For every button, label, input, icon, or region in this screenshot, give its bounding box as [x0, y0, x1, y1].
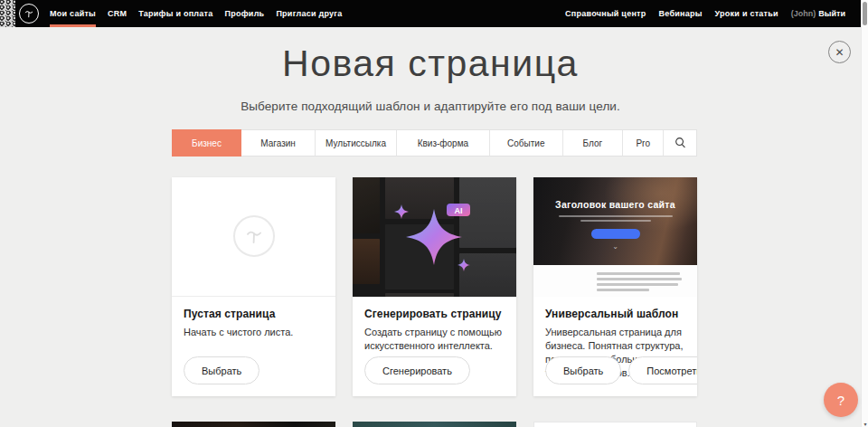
edge-texture-pattern — [0, 0, 15, 27]
about-text-line — [597, 272, 680, 275]
template-hero-title: Заголовок вашего сайта — [555, 199, 675, 210]
template-hero-button — [591, 229, 640, 239]
tab-pro[interactable]: Pro — [623, 130, 664, 156]
page-title: Новая страница — [0, 43, 861, 85]
logout-link[interactable]: Выйти — [818, 9, 845, 18]
template-category-tabs: Бизнес Магазин Мультиссылка Квиз-форма С… — [172, 129, 697, 157]
next-row-card-preview[interactable] — [533, 422, 697, 427]
nav-item-my-sites[interactable]: Мои сайты — [50, 0, 96, 27]
tilda-watermark-icon — [233, 215, 275, 257]
tab-search[interactable] — [664, 130, 696, 156]
card-description: Создать страницу с помощью искусственног… — [364, 326, 505, 353]
top-navigation-bar: Мои сайты CRM Тарифы и оплата Профиль Пр… — [0, 0, 861, 27]
tab-quiz-form[interactable]: Квиз-форма — [397, 130, 490, 156]
nav-item-webinars[interactable]: Вебинары — [659, 0, 703, 27]
about-text-line — [597, 278, 682, 280]
next-row-card-preview[interactable] — [353, 422, 516, 427]
question-mark-icon: ? — [837, 393, 844, 408]
card-body: Пустая страница Начать с чистого листа. … — [172, 297, 335, 396]
scrollbar-thumb[interactable] — [863, 2, 867, 25]
choose-template-button[interactable]: Выбрать — [545, 356, 621, 384]
hero-text-line — [580, 220, 651, 222]
ai-preview-collage: AI — [353, 177, 516, 297]
blank-page-preview — [172, 177, 335, 297]
template-about-section — [533, 265, 697, 297]
card-body: Универсальный шаблон Универсальная стран… — [533, 297, 697, 396]
card-description: Начать с чистого листа. — [184, 326, 324, 339]
nav-username: (John) — [791, 9, 816, 18]
tab-business[interactable]: Бизнес — [172, 129, 241, 157]
card-body: Сгенерировать страницу Создать страницу … — [353, 297, 516, 396]
generate-button[interactable]: Сгенерировать — [364, 356, 470, 384]
tab-blog[interactable]: Блог — [563, 130, 623, 156]
next-row-card-preview[interactable] — [172, 422, 335, 427]
card-title: Универсальный шаблон — [545, 308, 685, 320]
template-card-blank-page: Пустая страница Начать с чистого листа. … — [172, 177, 335, 396]
card-title: Пустая страница — [184, 308, 324, 320]
nav-user-block: (John) Выйти — [791, 9, 845, 18]
choose-blank-button[interactable]: Выбрать — [184, 356, 259, 384]
scrollbar-down-arrow-icon[interactable]: ▾ — [862, 422, 868, 427]
page-subtitle: Выберите подходящий шаблон и адаптируйте… — [0, 100, 861, 113]
template-hero-section: Заголовок вашего сайта ⌄ — [533, 177, 697, 265]
nav-right-menu: Справочный центр Вебинары Уроки и статьи… — [565, 0, 845, 27]
nav-item-invite-friend[interactable]: Пригласи друга — [276, 0, 342, 27]
chevron-down-icon: ⌄ — [612, 244, 618, 250]
search-icon — [675, 137, 686, 150]
template-card-ai-generate: AI Сгенерировать страницу Создать страни… — [353, 177, 516, 396]
template-card-universal: Заголовок вашего сайта ⌄ Универсальный ш… — [533, 177, 697, 396]
nav-item-crm[interactable]: CRM — [108, 0, 127, 27]
tab-store[interactable]: Магазин — [241, 130, 316, 156]
tab-multilink[interactable]: Мультиссылка — [316, 130, 397, 156]
about-text-line — [597, 289, 649, 291]
nav-item-tariffs[interactable]: Тарифы и оплата — [138, 0, 212, 27]
nav-left-menu: Мои сайты CRM Тарифы и оплата Профиль Пр… — [50, 0, 343, 27]
ai-sparkle-icon: AI — [353, 177, 516, 297]
page-scrollbar[interactable]: ▾ — [861, 0, 868, 427]
card-title: Сгенерировать страницу — [364, 308, 505, 320]
ai-badge-label: AI — [455, 206, 463, 215]
about-text-line — [597, 283, 678, 286]
nav-item-lessons[interactable]: Уроки и статьи — [715, 0, 778, 27]
preview-template-button[interactable]: Посмотреть — [628, 356, 697, 384]
help-button[interactable]: ? — [824, 383, 858, 417]
tab-event[interactable]: Событие — [490, 130, 563, 156]
universal-template-preview: Заголовок вашего сайта ⌄ — [533, 177, 697, 297]
nav-item-profile[interactable]: Профиль — [225, 0, 265, 27]
tilda-logo-icon[interactable] — [19, 4, 39, 24]
hero-text-line — [559, 215, 673, 217]
nav-item-help-center[interactable]: Справочный центр — [565, 0, 646, 27]
